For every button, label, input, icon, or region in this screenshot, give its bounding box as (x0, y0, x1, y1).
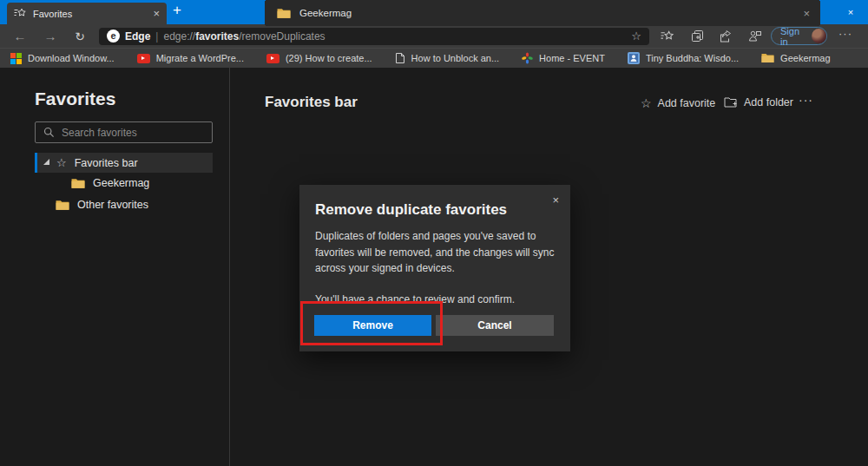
bookmark-label: Migrate a WordPre... (156, 53, 244, 63)
toolbar: ← → ↻ e Edge | edge://favorites/removeDu… (0, 24, 868, 48)
bookmark-label: Geekermag (780, 53, 830, 63)
youtube-icon (266, 54, 279, 63)
list-more-button[interactable]: ··· (799, 93, 813, 107)
add-favorite-star-icon[interactable]: ☆ (631, 30, 641, 43)
address-bar[interactable]: e Edge | edge://favorites/removeDuplicat… (99, 28, 649, 45)
dialog-close-icon[interactable]: × (552, 194, 559, 207)
bookmarks-bar: Download Window... Migrate a WordPre... … (0, 48, 868, 68)
new-tab-button[interactable]: + (173, 2, 181, 19)
collections-button[interactable] (689, 29, 705, 43)
settings-more-button[interactable]: ··· (838, 27, 852, 40)
bookmark-label: (29) How to create... (286, 53, 372, 63)
dialog-title: Remove duplicate favorites (315, 201, 507, 219)
favorite-row[interactable]: Geekermag × (265, 0, 820, 26)
cancel-button[interactable]: Cancel (436, 315, 554, 336)
favorites-hub-button[interactable] (660, 29, 675, 43)
youtube-icon (137, 54, 150, 63)
folder-icon (761, 53, 774, 63)
browser-window: Favorites × + ─ □ × ← → ↻ e Edge | edge:… (0, 0, 868, 466)
add-folder-icon (724, 96, 738, 108)
dialog-body-text: Duplicates of folders and pages you've s… (315, 228, 558, 277)
sidebar-item-label: Other favorites (77, 199, 148, 211)
close-window-button[interactable]: × (833, 0, 868, 24)
page-icon (395, 52, 405, 64)
url-text: edge://favorites/removeDuplicates (163, 30, 325, 43)
browser-tab-favorites[interactable]: Favorites × (7, 3, 167, 24)
search-input[interactable] (62, 127, 201, 139)
add-favorite-button[interactable]: ☆ Add favorite (641, 96, 715, 110)
refresh-button[interactable]: ↻ (69, 24, 91, 48)
flower-icon (522, 52, 533, 64)
bookmark-item[interactable]: Home - EVENT (522, 52, 605, 64)
annotation-highlight-box (300, 301, 443, 345)
star-icon: ☆ (641, 96, 652, 110)
url-scheme: edge:// (163, 30, 195, 43)
tinybuddha-icon (628, 52, 640, 64)
folder-icon (56, 200, 69, 211)
star-icon: ☆ (56, 156, 67, 169)
bookmark-item[interactable]: Geekermag (761, 53, 830, 63)
sidebar-item-other-favorites[interactable]: Other favorites (56, 199, 148, 211)
search-box[interactable] (35, 121, 213, 143)
page-title: Favorites bar (265, 94, 358, 111)
search-icon (43, 127, 55, 138)
profile-avatar (812, 29, 826, 43)
favorites-hub-icon (14, 8, 27, 19)
favorite-title: Geekermag (299, 8, 529, 18)
brand-label: Edge (125, 30, 150, 43)
tab-title: Favorites (33, 9, 147, 19)
remove-favorite-icon[interactable]: × (803, 7, 810, 20)
selected-accent-bar (35, 153, 37, 173)
add-favorite-label: Add favorite (658, 97, 716, 109)
add-folder-button[interactable]: Add folder (724, 96, 793, 108)
sidebar-title: Favorites (35, 89, 115, 109)
back-button[interactable]: ← (9, 24, 31, 48)
expand-caret-icon[interactable] (43, 159, 49, 165)
sign-in-label: Sign in (780, 26, 807, 47)
separator: | (155, 30, 158, 43)
sidebar-item-label: Favorites bar (75, 157, 138, 169)
bookmark-label: Download Window... (28, 53, 115, 63)
share-button[interactable] (718, 29, 733, 43)
folder-icon (277, 8, 291, 19)
bookmark-item[interactable]: Migrate a WordPre... (137, 53, 244, 63)
bookmark-label: How to Unblock an... (411, 53, 500, 63)
bookmark-label: Home - EVENT (539, 53, 605, 63)
bookmark-item[interactable]: Tiny Buddha: Wisdo... (628, 52, 739, 64)
feedback-button[interactable] (747, 29, 763, 43)
sidebar-item-favorites-bar[interactable]: ☆ Favorites bar (35, 153, 213, 173)
forward-button[interactable]: → (39, 24, 62, 48)
add-folder-label: Add folder (744, 96, 793, 108)
bookmark-item[interactable]: Download Window... (10, 53, 115, 64)
bookmark-label: Tiny Buddha: Wisdo... (646, 53, 739, 63)
url-path: /removeDuplicates (239, 30, 325, 43)
sidebar-item-label: Geekermag (93, 177, 149, 189)
bookmark-item[interactable]: (29) How to create... (266, 53, 372, 63)
url-host: favorites (195, 30, 239, 43)
folder-icon (71, 178, 85, 189)
sign-in-button[interactable]: Sign in (771, 27, 827, 45)
bookmark-item[interactable]: How to Unblock an... (395, 52, 500, 64)
tab-close-icon[interactable]: × (153, 8, 160, 19)
sidebar-item-geekermag[interactable]: Geekermag (71, 177, 149, 189)
edge-logo-icon: e (107, 30, 120, 43)
windows-logo-icon (10, 53, 22, 64)
